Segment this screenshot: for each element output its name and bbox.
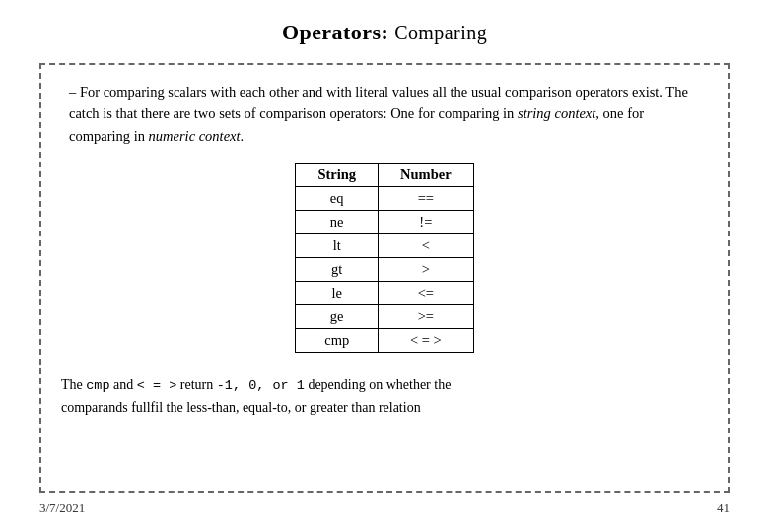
col-header-number: Number: [379, 164, 474, 187]
desc-italic1: string context: [518, 105, 595, 121]
table-cell-string: cmp: [296, 329, 379, 353]
table-header-row: String Number: [296, 164, 473, 187]
table-cell-number: ==: [379, 187, 474, 211]
table-cell-string: ne: [296, 211, 379, 234]
title-light: Comparing: [394, 22, 487, 43]
table-row: eq==: [296, 187, 473, 211]
table-row: cmp< = >: [296, 329, 473, 353]
page-footer: 3/7/2021 41: [39, 493, 730, 516]
table-cell-number: <=: [379, 282, 474, 305]
table-row: lt<: [296, 234, 473, 258]
table-cell-number: >: [379, 258, 474, 282]
table-row: le<=: [296, 282, 473, 305]
table-row: ge>=: [296, 305, 473, 329]
table-container: String Number eq==ne!=lt<gt>le<=ge>=cmp<…: [61, 163, 708, 353]
code-spaceship: < = >: [137, 378, 177, 393]
footer-date: 3/7/2021: [39, 500, 85, 516]
table-cell-number: !=: [379, 211, 474, 234]
col-header-string: String: [296, 164, 379, 187]
table-row: gt>: [296, 258, 473, 282]
table-cell-string: eq: [296, 187, 379, 211]
page: Operators: Comparing – For comparing sca…: [0, 0, 769, 532]
code-values: -1, 0, or 1: [217, 378, 305, 393]
table-cell-number: < = >: [379, 329, 474, 353]
table-cell-string: lt: [296, 234, 379, 258]
table-cell-number: >=: [379, 305, 474, 329]
footer-page-number: 41: [717, 500, 730, 516]
dash: –: [69, 84, 76, 100]
table-cell-string: ge: [296, 305, 379, 329]
table-row: ne!=: [296, 211, 473, 234]
comparison-table: String Number eq==ne!=lt<gt>le<=ge>=cmp<…: [295, 163, 473, 353]
code-cmp: cmp: [86, 378, 109, 393]
title-bold: Operators:: [282, 20, 388, 44]
page-title: Operators: Comparing: [39, 20, 730, 45]
desc-italic2: numeric context: [149, 128, 241, 144]
description-text: – For comparing scalars with each other …: [61, 81, 708, 147]
desc-after: .: [241, 128, 245, 144]
table-cell-string: gt: [296, 258, 379, 282]
footer-or: or: [272, 378, 288, 393]
table-cell-string: le: [296, 282, 379, 305]
footer-description: The cmp and < = > return -1, 0, or 1 dep…: [61, 374, 708, 419]
table-cell-number: <: [379, 234, 474, 258]
content-box: – For comparing scalars with each other …: [39, 63, 730, 493]
